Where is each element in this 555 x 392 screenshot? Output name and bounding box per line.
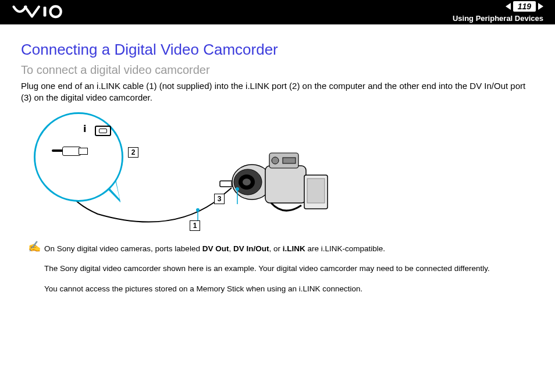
svg-rect-10 xyxy=(265,166,306,203)
cable-plug-icon xyxy=(52,144,87,157)
body-paragraph: Plug one end of an i.LINK cable (1) (not… xyxy=(21,80,534,104)
svg-rect-13 xyxy=(283,158,296,163)
note-icon: ✍ xyxy=(28,240,41,253)
next-page-icon[interactable] xyxy=(538,3,543,10)
ilink-dot-icon: i̇ xyxy=(83,123,86,134)
prev-page-icon[interactable] xyxy=(506,3,511,10)
notes-block: ✍ On Sony digital video cameras, ports l… xyxy=(44,244,534,295)
svg-point-17 xyxy=(236,187,239,191)
svg-rect-15 xyxy=(307,179,325,203)
svg-point-12 xyxy=(272,157,279,164)
ilink-port-icon xyxy=(95,126,111,136)
page-navigator: 119 xyxy=(506,1,543,12)
camcorder-illustration xyxy=(220,147,336,223)
header-bar: 119 Using Peripheral Devices xyxy=(0,0,555,24)
svg-rect-0 xyxy=(44,7,47,17)
callout-number-1: 1 xyxy=(190,220,200,231)
page-number: 119 xyxy=(513,1,536,12)
note-2: The Sony digital video camcorder shown h… xyxy=(44,263,534,275)
svg-point-9 xyxy=(243,179,251,186)
page-content: Connecting a Digital Video Camcorder To … xyxy=(0,24,555,295)
section-title: Using Peripheral Devices xyxy=(453,14,543,23)
page-subtitle: To connect a digital video camcorder xyxy=(21,63,534,77)
svg-point-2 xyxy=(196,208,200,212)
vaio-logo xyxy=(12,3,77,20)
note-3: You cannot access the pictures stored on… xyxy=(44,284,534,295)
connection-diagram: i̇ 2 1 3 xyxy=(28,112,354,234)
svg-point-1 xyxy=(51,6,61,17)
note-1: On Sony digital video cameras, ports lab… xyxy=(44,244,534,255)
page-title: Connecting a Digital Video Camcorder xyxy=(21,41,534,59)
port-callout: i̇ xyxy=(34,112,123,202)
callout-number-2: 2 xyxy=(128,147,138,158)
